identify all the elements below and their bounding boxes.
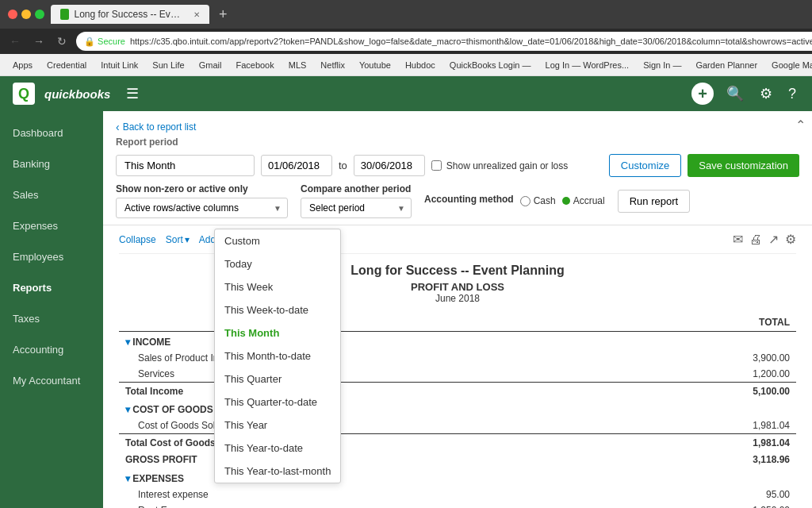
period-dropdown[interactable]: This Month Custom Today This Week This W… — [116, 155, 255, 176]
sidebar-item-sales[interactable]: Sales — [0, 179, 103, 210]
cash-radio-label[interactable]: Cash — [520, 195, 556, 206]
collapse-panel-btn[interactable]: ⌃ — [789, 111, 812, 139]
forward-btn[interactable]: → — [30, 33, 48, 49]
dot-yellow[interactable] — [21, 10, 31, 19]
sidebar-item-taxes[interactable]: Taxes — [0, 303, 103, 334]
address-text: https://c35.qbo.intuit.com/app/reportv2?… — [130, 37, 812, 46]
cogs-expand-icon[interactable]: ▾ — [125, 404, 130, 415]
email-icon[interactable]: ✉ — [733, 232, 743, 247]
total-cogs-label: Total Cost of Goods Sold — [119, 434, 608, 452]
cogs-label: ▾ COST OF GOODS SOLD — [119, 399, 608, 418]
bookmark-garden[interactable]: Garden Planner — [689, 59, 764, 71]
dot-green[interactable] — [35, 10, 44, 19]
dropdown-item-this-week[interactable]: This Week — [215, 275, 340, 298]
table-row: Rent Expense 1,250.00 — [119, 502, 796, 508]
expenses-label: ▾ EXPENSES — [119, 468, 608, 487]
income-label: ▾ INCOME — [119, 332, 608, 351]
new-tab-btn[interactable]: + — [219, 6, 228, 23]
back-to-reports-link[interactable]: ‹ Back to report list — [116, 121, 799, 133]
bookmark-mls[interactable]: MLS — [282, 59, 313, 71]
search-icon[interactable]: 🔍 — [723, 82, 747, 106]
run-report-btn[interactable]: Run report — [618, 190, 690, 213]
sidebar-item-reports[interactable]: Reports — [0, 272, 103, 303]
dropdown-item-custom[interactable]: Custom — [215, 229, 340, 252]
help-icon[interactable]: ? — [785, 83, 799, 106]
address-input[interactable]: 🔒 Secure https://c35.qbo.intuit.com/app/… — [76, 32, 812, 51]
bookmark-credential[interactable]: Credential — [40, 59, 93, 71]
to-date-input[interactable] — [354, 155, 425, 176]
bookmark-wordpress[interactable]: Log In — WordPres... — [539, 59, 636, 71]
dropdown-item-this-year[interactable]: This Year — [215, 414, 340, 437]
expenses-expand-icon[interactable]: ▾ — [125, 473, 130, 484]
print-icon[interactable]: 🖨 — [749, 233, 762, 247]
bookmark-facebook[interactable]: Facebook — [229, 59, 280, 71]
main-layout: Dashboard Banking Sales Expenses Employe… — [0, 111, 812, 508]
hubdoc-label: Hubdoc — [405, 60, 435, 70]
dropdown-item-today[interactable]: Today — [215, 252, 340, 275]
hamburger-menu-btn[interactable]: ☰ — [126, 85, 139, 102]
bookmark-gmail[interactable]: Gmail — [193, 59, 228, 71]
dropdown-item-this-month-to-date[interactable]: This Month-to-date — [215, 344, 340, 368]
customize-btn[interactable]: Customize — [609, 154, 681, 177]
garden-label: Garden Planner — [695, 60, 757, 70]
maps-label: Google Maps — [772, 60, 812, 70]
bookmark-youtube[interactable]: Youtube — [353, 59, 397, 71]
dropdown-item-this-year-to-last-month[interactable]: This Year-to-last-month — [215, 460, 340, 483]
non-zero-label: Show non-zero or active only — [116, 183, 288, 194]
facebook-label: Facebook — [236, 60, 274, 70]
period-dropdown-overlay: Custom Today This Week This Week-to-date… — [214, 229, 341, 483]
bookmark-sunlife[interactable]: Sun Life — [146, 59, 190, 71]
sidebar-item-my-accountant[interactable]: My Accountant — [0, 365, 103, 396]
sort-label: Sort — [166, 234, 183, 245]
browser-tab[interactable]: Q Long for Success -- Event Pla... ✕ — [51, 5, 209, 24]
bookmark-netflix[interactable]: Netflix — [314, 59, 351, 71]
sort-btn[interactable]: Sort ▾ — [166, 234, 190, 245]
browser-chrome: Q Long for Success -- Event Pla... ✕ + — [0, 0, 812, 29]
bookmark-hubdoc[interactable]: Hubdoc — [399, 59, 442, 71]
dot-red[interactable] — [8, 10, 17, 19]
save-customization-btn[interactable]: Save customization — [688, 154, 799, 177]
add-new-btn[interactable]: + — [691, 83, 714, 105]
from-date-input[interactable] — [261, 155, 332, 176]
accrual-radio-label[interactable]: Accrual — [562, 195, 605, 206]
bookmark-signin[interactable]: Sign In — — [637, 59, 688, 71]
cash-radio[interactable] — [520, 196, 530, 206]
bookmark-intuit[interactable]: Intuit Link — [94, 59, 144, 71]
dropdown-item-this-quarter-to-date[interactable]: This Quarter-to-date — [215, 391, 340, 414]
income-expand-icon[interactable]: ▾ — [125, 337, 130, 348]
show-unrealized-label[interactable]: Show unrealized gain or loss — [431, 160, 568, 171]
active-rows-select[interactable]: Active rows/active columns All rows/all … — [116, 198, 288, 218]
qb-topnav: Q quickbooks ☰ + 🔍 ⚙ ? — [0, 76, 812, 111]
compare-period-select[interactable]: Select period Previous period Previous y… — [301, 198, 412, 218]
tab-favicon: Q — [60, 9, 69, 20]
sidebar-item-dashboard[interactable]: Dashboard — [0, 117, 103, 148]
tab-title: Long for Success -- Event Pla... — [74, 9, 184, 20]
bookmark-maps[interactable]: Google Maps — [765, 59, 812, 71]
active-rows-wrap: Active rows/active columns All rows/all … — [116, 198, 288, 218]
dropdown-item-this-week-to-date[interactable]: This Week-to-date — [215, 298, 340, 321]
bookmark-apps[interactable]: Apps — [6, 59, 39, 71]
sidebar-item-employees[interactable]: Employees — [0, 241, 103, 272]
refresh-btn[interactable]: ↻ — [54, 33, 70, 49]
sidebar-item-accounting[interactable]: Accounting — [0, 334, 103, 365]
rent-expense-label: Rent Expense — [119, 502, 608, 508]
settings-icon[interactable]: ⚙ — [756, 82, 776, 106]
bookmark-qb-login[interactable]: QuickBooks Login — — [443, 59, 538, 71]
tab-close-btn[interactable]: ✕ — [193, 10, 200, 19]
dropdown-item-this-quarter[interactable]: This Quarter — [215, 368, 340, 391]
period-select[interactable]: This Month Custom Today This Week This W… — [116, 155, 255, 176]
dropdown-item-this-month[interactable]: This Month — [215, 321, 340, 344]
report-settings-icon[interactable]: ⚙ — [785, 232, 796, 247]
collapse-btn[interactable]: Collapse — [119, 234, 156, 245]
show-unrealized-checkbox[interactable] — [431, 160, 442, 171]
cash-label-text: Cash — [534, 195, 556, 206]
back-btn[interactable]: ← — [6, 33, 24, 49]
show-unrealized-text: Show unrealized gain or loss — [446, 160, 568, 171]
income-header-amount — [608, 332, 796, 351]
sidebar-item-banking[interactable]: Banking — [0, 148, 103, 179]
export-icon[interactable]: ↗ — [768, 232, 779, 247]
sidebar-item-expenses[interactable]: Expenses — [0, 210, 103, 241]
mls-label: MLS — [289, 60, 307, 70]
browser-dots — [8, 10, 44, 19]
dropdown-item-this-year-to-date[interactable]: This Year-to-date — [215, 437, 340, 460]
